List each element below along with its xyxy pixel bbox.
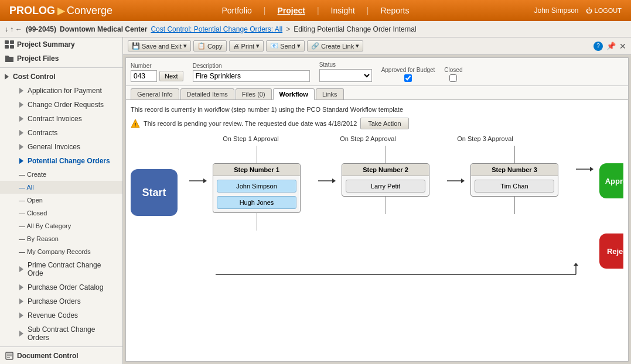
next-button[interactable]: Next	[159, 71, 183, 81]
arrow-down[interactable]: ↓	[5, 25, 8, 33]
top-navigation: PROLOG ▶ Converge Portfolio | Project | …	[0, 0, 631, 21]
pin-icon[interactable]: 📌	[606, 42, 616, 50]
tabs-bar: General Info Detailed Items Files (0) Wo…	[126, 86, 628, 100]
take-action-button[interactable]: Take Action	[360, 118, 408, 129]
save-exit-label: Save and Exit	[142, 43, 182, 50]
arrow-back[interactable]: ←	[15, 25, 22, 33]
child-arrow-icon-active	[19, 158, 23, 164]
sidebar-label-cost-control: Cost Control	[13, 73, 56, 81]
sidebar-item-contracts[interactable]: Contracts	[0, 126, 122, 140]
sidebar-subitem-all[interactable]: — All	[0, 181, 122, 194]
sidebar-item-purchase-orders[interactable]: Purchase Orders	[0, 294, 122, 308]
warning-triangle-icon: !	[131, 119, 140, 128]
sidebar-label-change-order-requests: Change Order Requests	[28, 101, 104, 109]
description-input[interactable]	[193, 70, 310, 82]
arrow-step1-to-step2	[318, 175, 336, 187]
save-exit-button[interactable]: 💾 Save and Exit ▾	[128, 40, 191, 51]
number-input[interactable]	[131, 70, 157, 82]
arrow-up[interactable]: ↑	[10, 25, 13, 33]
sidebar-label-all-by-category: — All By Category	[19, 222, 71, 229]
print-button[interactable]: 🖨 Print ▾	[229, 40, 264, 51]
top-right: John Simpson ⏻ LOGOUT	[534, 6, 622, 15]
sidebar-item-project-summary[interactable]: Project Summary	[0, 37, 122, 51]
sidebar-subitem-closed[interactable]: — Closed	[0, 207, 122, 219]
tab-files[interactable]: Files (0)	[236, 88, 272, 99]
step1-person1-name: John Simpson	[236, 183, 277, 190]
sidebar-label-general-invoices: General Invoices	[28, 143, 80, 151]
child-arrow-icon	[19, 298, 23, 304]
send-label: Send	[280, 43, 295, 50]
sidebar-subitem-my-company-records[interactable]: — My Company Records	[0, 245, 122, 258]
help-button[interactable]: ?	[594, 42, 603, 51]
sidebar-item-revenue-codes[interactable]: Revenue Codes	[0, 308, 122, 322]
nav-insight[interactable]: Insight	[319, 6, 367, 15]
sidebar-item-cost-control[interactable]: Cost Control	[0, 70, 122, 84]
sidebar-item-prime-contract[interactable]: Prime Contract Change Orde	[0, 258, 122, 280]
wf-step2-body: Larry Petit	[342, 176, 429, 196]
step3-approval-label: On Step 3 Approval	[435, 135, 535, 142]
sidebar-item-application-payment[interactable]: Application for Payment	[0, 84, 122, 98]
tab-general-info[interactable]: General Info	[131, 88, 179, 99]
arrow-step3-to-approved	[576, 163, 594, 175]
logout-button[interactable]: ⏻ LOGOUT	[586, 7, 622, 14]
svg-rect-2	[5, 45, 9, 49]
wf-step2: Step Number 2 Larry Petit	[336, 146, 435, 214]
sidebar-label-project-files: Project Files	[17, 54, 59, 63]
send-icon: 📧	[270, 42, 278, 50]
wf-step1: Step Number 1 John Simpson Hugh Jones	[207, 146, 306, 231]
sidebar-item-document-control[interactable]: Document Control	[0, 349, 122, 363]
sidebar-subitem-open[interactable]: — Open	[0, 194, 122, 207]
nav-reports[interactable]: Reports	[369, 6, 421, 15]
sidebar-subitem-create[interactable]: — Create	[0, 168, 122, 181]
sidebar-label-open: — Open	[19, 197, 43, 204]
sidebar-item-change-order-requests[interactable]: Change Order Requests	[0, 98, 122, 112]
sidebar-subitem-all-by-category[interactable]: — All By Category	[0, 219, 122, 232]
tab-workflow[interactable]: Workflow	[273, 88, 315, 100]
sidebar-label-project-summary: Project Summary	[17, 40, 75, 49]
sidebar-item-potential-change-orders[interactable]: Potential Change Orders	[0, 154, 122, 168]
sidebar-subitem-by-reason[interactable]: — By Reason	[0, 232, 122, 245]
nav-portfolio[interactable]: Portfolio	[210, 6, 263, 15]
close-button[interactable]: ✕	[619, 42, 626, 51]
approved-budget-field: Approved for Budget	[381, 67, 435, 82]
child-arrow-icon	[19, 116, 23, 122]
nav-project[interactable]: Project	[265, 6, 316, 15]
approved-budget-checkbox[interactable]	[404, 74, 412, 82]
sidebar: Project Summary Project Files Cost Contr…	[0, 37, 123, 364]
sidebar-label-purchase-orders: Purchase Orders	[28, 297, 81, 305]
status-label: Status	[319, 61, 372, 68]
breadcrumb-separator: >	[286, 25, 290, 33]
start-label: Start	[142, 187, 166, 199]
sidebar-item-project-files[interactable]: Project Files	[0, 51, 122, 66]
sidebar-item-contract-invoices[interactable]: Contract Invoices	[0, 112, 122, 126]
wf-start-node: Start	[131, 169, 178, 216]
tab-detailed-items[interactable]: Detailed Items	[180, 88, 234, 99]
tab-links[interactable]: Links	[316, 88, 344, 99]
create-link-button[interactable]: 🔗 Create Link ▾	[307, 40, 363, 51]
create-link-label: Create Link	[321, 43, 354, 50]
step1-approval-label: On Step 1 Approval	[201, 135, 301, 142]
description-field: Description	[193, 63, 310, 82]
wf-step3-box: Step Number 3 Tim Chan	[470, 163, 558, 197]
print-icon: 🖨	[233, 43, 240, 50]
svg-rect-0	[5, 40, 9, 44]
closed-checkbox[interactable]	[449, 74, 457, 82]
sidebar-label-closed: — Closed	[19, 210, 47, 217]
description-label: Description	[193, 63, 310, 69]
breadcrumb-link[interactable]: Cost Control: Potential Change Orders: A…	[151, 25, 282, 33]
send-button[interactable]: 📧 Send ▾	[266, 40, 305, 51]
status-select[interactable]	[319, 69, 372, 82]
workflow-warning: ! This record is pending your review. Th…	[131, 118, 623, 129]
sidebar-item-po-catalog[interactable]: Purchase Order Catalog	[0, 280, 122, 294]
breadcrumb-bar: ↓ ↑ ← (99-2045) Downtown Medical Center …	[0, 21, 631, 37]
number-label: Number	[131, 63, 183, 69]
copy-button[interactable]: 📋 Copy	[193, 40, 227, 51]
toolbar: 💾 Save and Exit ▾ 📋 Copy 🖨 Print ▾ 📧 Sen…	[123, 37, 631, 55]
wf-step1-header: Step Number 1	[213, 164, 300, 176]
arrow-start-to-step1	[189, 175, 207, 187]
workflow-notice: This record is currently in workflow (st…	[131, 105, 623, 114]
breadcrumb-current: Editing Potential Change Order Internal	[294, 25, 416, 33]
sidebar-item-sub-contract[interactable]: Sub Contract Change Orders	[0, 322, 122, 345]
logo-converge: Converge	[67, 5, 112, 17]
sidebar-item-general-invoices[interactable]: General Invoices	[0, 140, 122, 154]
